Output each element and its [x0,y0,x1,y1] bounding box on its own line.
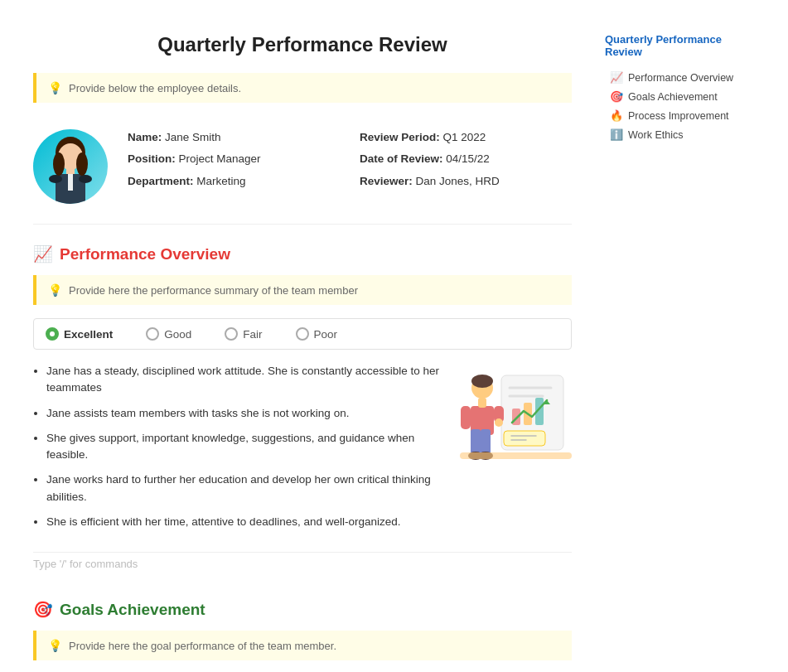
performance-icon: 📈 [33,244,53,263]
perf-bulb-icon: 💡 [48,283,62,297]
radio-excellent[interactable] [46,327,59,341]
reviewer: Reviewer: Dan Jones, HRD [360,173,572,190]
svg-rect-24 [461,406,471,429]
sidebar-item-goals[interactable]: 🎯 Goals Achievement [605,87,754,106]
type-hint[interactable]: Type '/' for commands [33,552,572,575]
bullet-3: She gives support, important knowledge, … [46,430,439,464]
review-date: Date of Review: 04/15/22 [360,151,572,167]
radio-poor[interactable] [296,327,309,341]
employee-name: Name: Jane Smith [128,129,340,146]
rating-good[interactable]: Good [146,327,191,341]
goals-section: 🎯 Goals Achievement 💡 Provide here the g… [33,600,572,672]
svg-rect-2 [66,168,75,175]
performance-section: 📈 Performance Overview 💡 Provide here th… [33,244,572,575]
main-content: Quarterly Performance Review 💡 Provide b… [0,17,597,672]
svg-rect-16 [504,431,545,446]
employee-position: Position: Project Manager [128,151,340,167]
avatar-svg [33,129,108,204]
performance-illustration [456,363,572,473]
performance-bullets-section: Jane has a steady, disciplined work atti… [33,363,572,539]
goals-banner-text: Provide here the goal performance of the… [69,640,336,652]
svg-point-5 [49,175,62,183]
employee-info-right: Review Period: Q1 2022 Date of Review: 0… [360,129,572,195]
sidebar: Quarterly Performance Review 📈 Performan… [597,17,762,672]
performance-banner: 💡 Provide here the performance summary o… [33,275,572,305]
sidebar-ethics-icon: ℹ️ [610,128,623,141]
top-info-banner: 💡 Provide below the employee details. [33,73,572,103]
svg-point-26 [495,418,503,427]
goals-bulb-icon: 💡 [48,639,62,652]
performance-rating-row: Excellent Good Fair Poor [33,318,572,350]
bullet-1: Jane has a steady, disciplined work atti… [46,363,439,397]
sidebar-ethics-label: Work Ethics [628,129,683,141]
performance-bullet-list: Jane has a steady, disciplined work atti… [33,363,439,539]
employee-department: Department: Marketing [128,173,340,190]
sidebar-goals-icon: 🎯 [610,90,623,103]
svg-point-8 [76,152,88,176]
rating-poor[interactable]: Poor [296,327,338,341]
bulb-icon: 💡 [48,81,62,94]
sidebar-goals-label: Goals Achievement [628,91,718,103]
rating-fair[interactable]: Fair [225,327,262,341]
bullet-2: Jane assists team members with tasks she… [46,405,439,422]
svg-point-20 [471,375,493,388]
sidebar-performance-label: Performance Overview [628,72,733,84]
sidebar-process-label: Process Improvement [628,110,729,122]
svg-rect-23 [481,429,491,454]
goals-icon: 🎯 [33,600,53,619]
svg-rect-30 [460,452,572,459]
page-title: Quarterly Performance Review [33,33,572,56]
radio-good[interactable] [146,327,159,341]
sidebar-item-process[interactable]: 🔥 Process Improvement [605,106,754,125]
performance-section-title: 📈 Performance Overview [33,244,572,263]
goals-section-title: 🎯 Goals Achievement [33,600,572,619]
sidebar-item-ethics[interactable]: ℹ️ Work Ethics [605,125,754,144]
avatar [33,129,108,204]
svg-point-6 [79,175,92,183]
svg-rect-22 [471,429,481,454]
sidebar-title: Quarterly Performance Review [605,33,754,58]
sidebar-process-icon: 🔥 [610,109,623,122]
sidebar-item-performance[interactable]: 📈 Performance Overview [605,68,754,87]
illustration-svg [456,363,572,471]
sidebar-performance-icon: 📈 [610,71,623,84]
employee-info-left: Name: Jane Smith Position: Project Manag… [128,129,340,195]
radio-fair[interactable] [225,327,238,341]
svg-point-7 [53,152,65,176]
review-period: Review Period: Q1 2022 [360,129,572,146]
employee-card: Name: Jane Smith Position: Project Manag… [33,116,572,225]
goals-banner: 💡 Provide here the goal performance of t… [33,631,572,660]
rating-excellent[interactable]: Excellent [46,327,113,341]
top-banner-text: Provide below the employee details. [69,82,241,94]
svg-rect-4 [68,174,73,191]
performance-banner-text: Provide here the performance summary of … [69,284,358,297]
svg-rect-29 [478,398,486,408]
bullet-4: Jane works hard to further her education… [46,471,439,505]
bullet-5: She is efficient with her time, attentiv… [46,514,439,530]
